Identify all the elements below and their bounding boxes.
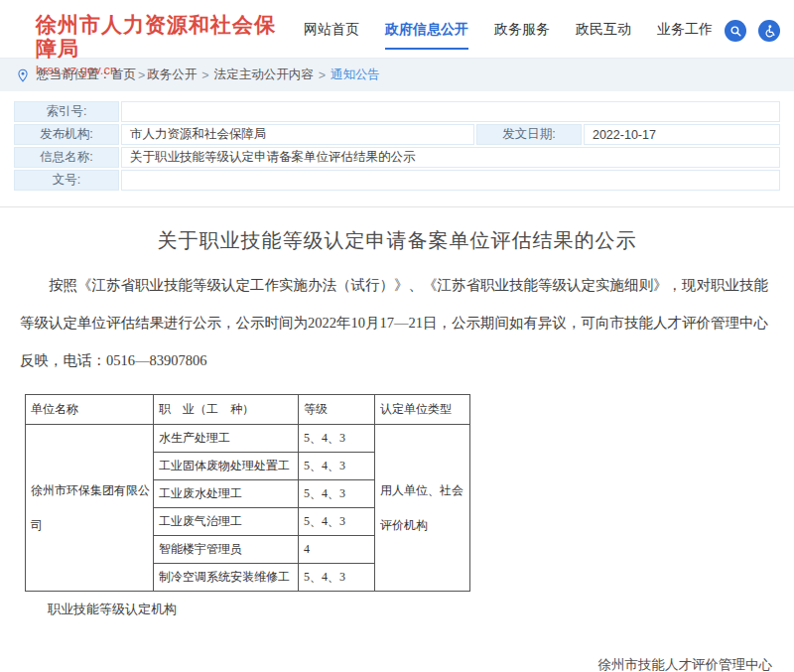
breadcrumb-link-statutory-content[interactable]: 法定主动公开内容 xyxy=(214,67,314,83)
nav-item-home[interactable]: 网站首页 xyxy=(304,21,359,50)
document-meta-table: 索引号: 发布机构: 市人力资源和社会保障局 发文日期: 2022-10-17 … xyxy=(12,99,782,193)
article: 关于职业技能等级认定申请备案单位评估结果的公示 按照《江苏省职业技能等级认定工作… xyxy=(0,227,794,672)
meta-label-date: 发文日期: xyxy=(476,124,582,145)
meta-value-index xyxy=(121,101,780,122)
meta-value-docno xyxy=(121,170,780,191)
col-header-occupation: 职 业（工 种） xyxy=(154,395,299,425)
col-header-level: 等级 xyxy=(299,395,375,425)
site-header: 徐州市人力资源和社会保障局 hrss.xz.gov.cn 网站首页 政府信息公开… xyxy=(0,0,794,58)
article-title: 关于职业技能等级认定申请备案单位评估结果的公示 xyxy=(0,227,794,254)
accessibility-icon xyxy=(762,24,776,38)
table-header-row: 单位名称 职 业（工 种） 等级 认定单位类型 xyxy=(26,395,470,425)
meta-label-index: 索引号: xyxy=(14,101,119,122)
breadcrumb-link-notices[interactable]: 通知公告 xyxy=(331,67,380,83)
cell-level: 5、4、3 xyxy=(299,480,375,508)
search-icon xyxy=(729,25,742,38)
cell-occupation: 工业废水处理工 xyxy=(154,480,299,508)
breadcrumb-link-gov-open[interactable]: 政务公开 xyxy=(147,67,197,83)
col-header-unit-type: 认定单位类型 xyxy=(375,395,470,425)
meta-value-name: 关于职业技能等级认定申请备案单位评估结果的公示 xyxy=(121,147,780,168)
meta-label-name: 信息名称: xyxy=(14,147,119,168)
meta-row-name: 信息名称: 关于职业技能等级认定申请备案单位评估结果的公示 xyxy=(14,147,780,168)
breadcrumb-separator: > xyxy=(201,68,208,82)
cell-unit-type: 用人单位、社会评价机构 xyxy=(375,425,470,592)
meta-value-date: 2022-10-17 xyxy=(584,124,780,145)
meta-row-docno: 文号: xyxy=(14,170,780,191)
site-title: 徐州市人力资源和社会保障局 xyxy=(36,13,278,61)
cell-occupation: 智能楼宇管理员 xyxy=(154,536,299,564)
signature-org: 徐州市技能人才评价管理中心 xyxy=(0,656,772,672)
cell-level: 5、4、3 xyxy=(299,564,375,592)
cell-level: 5、4、3 xyxy=(299,425,375,453)
document-meta-section: 索引号: 发布机构: 市人力资源和社会保障局 发文日期: 2022-10-17 … xyxy=(0,91,794,193)
meta-row-index: 索引号: xyxy=(14,101,780,122)
table-footnote: 职业技能等级认定机构 xyxy=(48,601,794,618)
search-button[interactable] xyxy=(725,20,746,42)
cell-unit-name: 徐州市环保集团有限公司 xyxy=(26,425,154,592)
breadcrumb-separator: > xyxy=(138,68,145,82)
cell-level: 4 xyxy=(299,536,375,564)
nav-item-gov-info[interactable]: 政府信息公开 xyxy=(385,21,468,50)
meta-row-agency-date: 发布机构: 市人力资源和社会保障局 发文日期: 2022-10-17 xyxy=(14,124,780,145)
meta-value-agency: 市人力资源和社会保障局 xyxy=(121,124,474,145)
col-header-unit-name: 单位名称 xyxy=(26,395,154,425)
table-row: 徐州市环保集团有限公司 水生产处理工 5、4、3 用人单位、社会评价机构 xyxy=(26,425,470,453)
meta-label-agency: 发布机构: xyxy=(14,124,119,145)
accessibility-button[interactable] xyxy=(758,20,780,42)
cell-level: 5、4、3 xyxy=(299,453,375,480)
nav-item-interaction[interactable]: 政民互动 xyxy=(576,21,631,50)
section-divider xyxy=(0,206,794,207)
assessment-result-table: 单位名称 职 业（工 种） 等级 认定单位类型 徐州市环保集团有限公司 水生产处… xyxy=(25,394,470,592)
location-pin-icon xyxy=(16,68,30,82)
nav-item-business[interactable]: 业务工作 xyxy=(657,21,713,50)
cell-level: 5、4、3 xyxy=(299,508,375,536)
breadcrumb-separator: > xyxy=(319,68,326,82)
breadcrumb-link-home[interactable]: 首页 xyxy=(111,67,136,83)
meta-label-docno: 文号: xyxy=(14,170,119,191)
cell-occupation: 制冷空调系统安装维修工 xyxy=(154,564,299,592)
article-paragraph: 按照《江苏省职业技能等级认定工作实施办法（试行）》、《江苏省职业技能等级认定实施… xyxy=(20,266,778,379)
cell-occupation: 水生产处理工 xyxy=(154,425,299,453)
nav-item-services[interactable]: 政务服务 xyxy=(494,21,550,50)
breadcrumb-prefix: 您当前位置： xyxy=(37,67,111,83)
cell-occupation: 工业废气治理工 xyxy=(154,508,299,536)
main-nav: 网站首页 政府信息公开 政务服务 政民互动 业务工作 xyxy=(278,20,780,51)
cell-occupation: 工业固体废物处理处置工 xyxy=(154,453,299,480)
